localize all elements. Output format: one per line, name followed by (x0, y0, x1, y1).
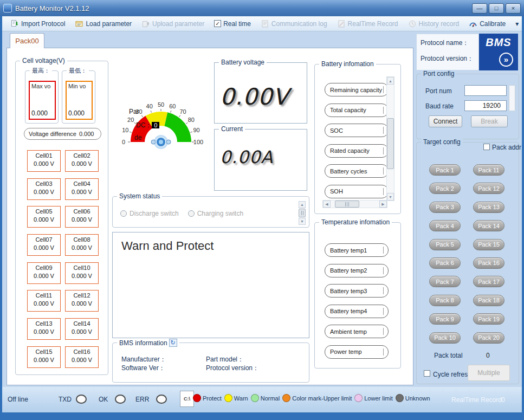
protocol-version-label: Protocol version： (421, 54, 478, 63)
cycle-refresh-checkbox[interactable] (424, 370, 430, 377)
pack-button[interactable]: Pack 4 (429, 220, 461, 231)
baud-rate-field[interactable]: 19200 (464, 100, 507, 111)
protocol-name-label: Protocol name： (421, 38, 478, 48)
baud-rate-label: Baud rate (425, 102, 454, 110)
pack-button[interactable]: Pack 3 (429, 202, 461, 213)
toolbar-real-time[interactable]: ✓ Real time (210, 17, 255, 30)
cell-box: Cell100.000 V (65, 262, 99, 284)
window-frame-left (0, 16, 2, 420)
current-box: Current 0.00A (214, 129, 307, 191)
info-field: Rated capacity (325, 144, 389, 158)
max-caption: Max vo (30, 82, 55, 89)
scroll-up-icon[interactable]: ▲ (387, 77, 394, 85)
legend-item: Lower limit (354, 394, 393, 402)
pack-button[interactable]: Pack 14 (473, 220, 504, 231)
scroll-thumb[interactable] (299, 209, 306, 217)
toolbar-label: Upload parameter (152, 20, 204, 28)
scroll-up-icon[interactable]: ▲ (299, 201, 306, 208)
part-model-label: Part model： (206, 355, 244, 364)
pack-button[interactable]: Pack 12 (473, 183, 504, 194)
discharge-switch-radio[interactable] (120, 210, 127, 217)
battery-voltage-value: 0.00V (220, 83, 307, 110)
pack-grid: Pack 1Pack 2Pack 3Pack 4Pack 5Pack 6Pack… (429, 164, 504, 344)
realtime-record-count: 0 (501, 396, 505, 404)
toolbar-realtime-record[interactable]: RealTime Record (333, 17, 402, 30)
offline-status: Off line (8, 396, 28, 403)
maximize-button[interactable]: □ (489, 3, 504, 14)
toolbar-label: Import Protocol (21, 20, 65, 28)
svg-text:40: 40 (146, 103, 153, 109)
minimize-button[interactable]: — (472, 3, 487, 14)
toolbar-import-protocol[interactable]: Import Protocol (7, 17, 69, 30)
pack-button[interactable]: Pack 13 (473, 202, 504, 213)
warn-protect-title: Warn and Protect (113, 232, 309, 253)
pack-button[interactable]: Pack 8 (429, 295, 461, 306)
toolbar-label: RealTime Record (348, 20, 398, 28)
communication-log-icon (261, 20, 269, 28)
pack-button[interactable]: Pack 18 (473, 295, 504, 306)
charging-switch-radio[interactable] (188, 210, 195, 217)
pack-button[interactable]: Pack 6 (429, 257, 461, 269)
pack-button[interactable]: Pack 20 (473, 332, 504, 344)
min-voltage-box: Min vo 0.000 (66, 81, 93, 120)
pack-button[interactable]: Pack 15 (473, 239, 504, 250)
toolbar-label: Real time (223, 20, 251, 28)
bms-logo-text: BMS (479, 36, 518, 49)
legend-color-icon (251, 394, 259, 402)
toolbar-load-parameter[interactable]: Load parameter (71, 17, 135, 30)
break-button[interactable]: Break (471, 115, 508, 127)
info-field: Battery temp2 (325, 264, 389, 277)
port-num-label: Port num (425, 87, 452, 95)
current-title: Current (219, 125, 245, 133)
tab-pack00[interactable]: Pack00 (10, 33, 44, 48)
refresh-icon[interactable]: ↻ (169, 339, 177, 347)
pack-button[interactable]: Pack 19 (473, 313, 504, 325)
scroll-left-icon[interactable]: ◀ (323, 201, 331, 208)
toolbar-calibrate[interactable]: Calibrate (465, 17, 509, 30)
real-time-checkbox[interactable]: ✓ (214, 20, 221, 27)
realtime-record-label: RealTime Record (451, 396, 502, 404)
voltage-difference: Voltage difference 0.000 (24, 128, 101, 140)
cell-box: Cell130.000 V (27, 318, 61, 340)
pack-button[interactable]: Pack 2 (429, 183, 461, 194)
svg-text:70: 70 (179, 108, 186, 115)
port-num-field[interactable] (464, 85, 507, 96)
pack-button[interactable]: Pack 10 (429, 332, 461, 344)
scroll-down-icon[interactable]: ▼ (387, 193, 394, 201)
info-field: Battery temp4 (325, 305, 389, 318)
close-button[interactable]: × (506, 3, 521, 14)
pack-button[interactable]: Pack 1 (429, 164, 461, 176)
drive-button[interactable]: C:\ (180, 391, 194, 407)
pack-addr-checkbox[interactable] (483, 144, 490, 150)
txd-label: TXD (59, 396, 72, 403)
connect-button[interactable]: Connect (429, 115, 462, 127)
titlebar[interactable]: Battery Monitor V2.1.12 — □ × (0, 0, 524, 16)
cell-box: Cell110.000 V (27, 290, 61, 312)
pack-button[interactable]: Pack 7 (429, 276, 461, 287)
discharge-switch-label: Discharge switch (130, 210, 179, 217)
pack-button[interactable]: Pack 11 (473, 164, 504, 176)
toolbar-overflow-button[interactable]: ▾ (512, 17, 522, 30)
toolbar-upload-parameter[interactable]: Upload parameter (138, 17, 208, 30)
scroll-thumb[interactable] (335, 201, 359, 208)
pack-button[interactable]: Pack 5 (429, 239, 461, 250)
err-label: ERR (135, 396, 149, 403)
scroll-right-icon[interactable]: ▶ (379, 201, 387, 208)
multiple-button[interactable]: Multiple (468, 365, 510, 381)
cell-box: Cell140.000 V (65, 318, 99, 340)
gauge-label-3: de (134, 134, 141, 141)
battery-info-vscrollbar[interactable]: ▲ ▼ (386, 76, 394, 201)
toolbar-history-record[interactable]: History record (404, 17, 463, 30)
toolbar-communication-log[interactable]: Communication log (257, 17, 331, 30)
scroll-down-icon[interactable]: ▼ (299, 218, 306, 225)
pack-button[interactable]: Pack 17 (473, 276, 504, 287)
cell-box: Cell060.000 V (65, 206, 99, 228)
port-config-group: Port config Port num Baud rate 19200 Con… (416, 74, 519, 139)
min-voltage-group: 最低： Min vo 0.000 (62, 70, 95, 124)
battery-info-hscrollbar[interactable]: ◀ ▶ (322, 200, 387, 208)
system-status-scrollbar[interactable]: ▲ ▼ (299, 201, 306, 225)
scroll-thumb[interactable] (387, 118, 394, 169)
pack-button[interactable]: Pack 16 (473, 257, 504, 269)
pack-button[interactable]: Pack 9 (429, 313, 461, 325)
legend-item: Protect (193, 394, 222, 402)
